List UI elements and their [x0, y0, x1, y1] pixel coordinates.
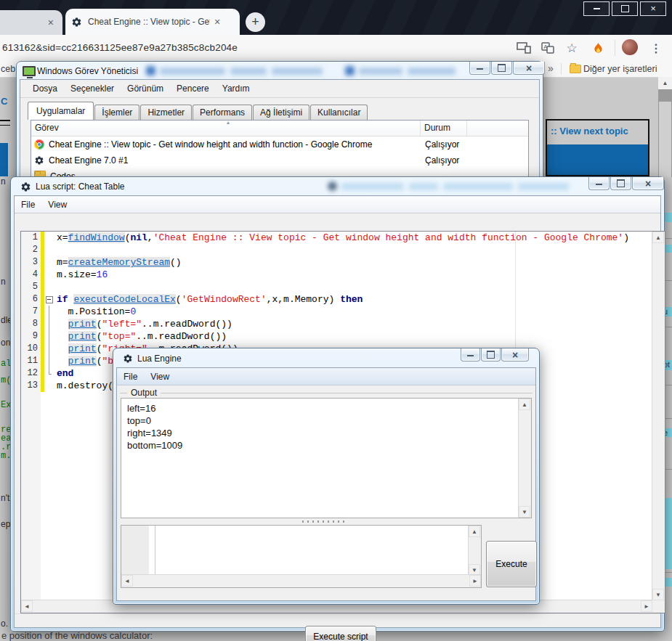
address-bar[interactable]: 613162&sid=cc216631125ee87e9a27b385c8cb2…	[2, 42, 238, 53]
menu-item-pencere[interactable]: Pencere	[170, 81, 216, 96]
code-line[interactable]: 7 m.Position=0	[21, 306, 652, 318]
minimize-button[interactable]	[461, 348, 480, 362]
column-header-task[interactable]: Görev▲	[31, 121, 421, 136]
close-button[interactable]: ×	[632, 177, 664, 190]
code-line[interactable]: 4m.size=16	[21, 269, 652, 281]
scroll-up-icon[interactable]: ▲	[469, 526, 480, 537]
scroll-up-icon[interactable]: ▲	[652, 232, 664, 243]
maximize-button[interactable]	[610, 177, 631, 190]
code-line[interactable]: 1x=findWindow(nil,'Cheat Engine :: View …	[21, 232, 652, 244]
input-hscrollbar[interactable]: ◄ ►	[121, 574, 481, 587]
bookmark-fragment[interactable]: ceb	[1, 64, 15, 74]
menu-item-dosya[interactable]: Dosya	[26, 81, 64, 96]
menu-item-file[interactable]: File	[15, 197, 41, 212]
profile-avatar[interactable]	[622, 39, 638, 55]
line-number: 3	[21, 256, 41, 269]
editor-vscrollbar[interactable]: ▲ ▼	[652, 232, 665, 600]
tab-uygulamalar[interactable]: Uygulamalar	[28, 102, 94, 120]
menu-item-file[interactable]: File	[117, 370, 144, 384]
bookmarks-overflow-chevron[interactable]: »	[548, 62, 554, 74]
view-next-topic-link[interactable]: :: View next topic	[551, 126, 628, 136]
output-line: top=0	[127, 415, 182, 427]
toolbar-divider	[615, 40, 615, 56]
splitter-handle[interactable]	[302, 520, 346, 523]
code-text: end	[54, 367, 73, 380]
tab-hizmetler[interactable]: Hizmetler	[140, 105, 192, 120]
maximize-button[interactable]	[481, 348, 501, 362]
tab-kullanıcılar[interactable]: Kullanıcılar	[310, 105, 368, 120]
scroll-up-icon[interactable]: ▲	[658, 77, 672, 89]
cheat-engine-gear-icon	[123, 354, 133, 367]
window-controls: ×	[588, 177, 664, 190]
page-header-bar-left	[0, 143, 8, 176]
output-box[interactable]: left=16top=0right=1349bottom=1009 ▲ ▼	[121, 398, 532, 518]
bookmark-star-icon[interactable]: ☆	[564, 40, 580, 56]
output-groupbox-line	[120, 393, 533, 393]
scroll-left-icon[interactable]: ◄	[21, 600, 33, 612]
menu-item-view[interactable]: View	[41, 197, 73, 212]
script-input-box[interactable]: ▲ ▼ ◄ ►	[121, 525, 482, 588]
other-bookmarks-label[interactable]: Diğer yer işaretleri	[583, 64, 657, 74]
tab-close-icon[interactable]: ×	[48, 17, 54, 28]
minimize-button[interactable]	[469, 62, 490, 75]
input-gutter	[121, 526, 149, 576]
line-number: 6	[21, 293, 41, 306]
scroll-down-icon[interactable]: ▼	[652, 589, 664, 600]
page-scrollbar[interactable]: ▲	[658, 77, 672, 177]
browser-tab-inactive[interactable]: ×	[0, 10, 62, 35]
code-line[interactable]: 9 print("top="..m.readDword())	[21, 330, 652, 343]
code-line[interactable]: 5	[21, 281, 652, 293]
menu-item-view[interactable]: View	[144, 370, 176, 384]
tab-ağ i̇letişimi[interactable]: Ağ İletişimi	[253, 105, 309, 120]
scrollbar-thumb[interactable]	[659, 102, 671, 177]
close-button[interactable]: ×	[513, 62, 545, 75]
output-line: left=16	[127, 402, 182, 415]
menu-item-yardım[interactable]: Yardım	[216, 81, 256, 96]
execute-script-button[interactable]: Execute script	[305, 626, 376, 641]
tab-close-icon[interactable]: ×	[214, 16, 220, 28]
table-row[interactable]: Cheat Engine 7.0 #1Çalışıyor	[31, 152, 528, 168]
page-text-fragment: on	[1, 338, 10, 348]
column-header-empty[interactable]	[467, 121, 528, 136]
flame-extension-icon[interactable]	[590, 40, 606, 56]
browser-minimize-button[interactable]	[583, 1, 610, 16]
browser-maximize-button[interactable]	[612, 1, 638, 16]
code-line[interactable]: 6if executeCodeLocalEx('GetWindowRect',x…	[21, 293, 652, 306]
scroll-right-icon[interactable]: ►	[641, 600, 652, 612]
menu-item-görünüm[interactable]: Görünüm	[121, 81, 170, 96]
close-button[interactable]: ×	[501, 348, 529, 362]
scroll-up-icon[interactable]: ▲	[519, 399, 530, 410]
fold-marker-icon	[44, 343, 54, 355]
execute-button[interactable]: Execute	[486, 541, 537, 587]
task-list-header: Görev▲ Durum	[31, 121, 528, 136]
scroll-left-icon[interactable]: ◄	[121, 575, 133, 587]
tab-title: Cheat Engine :: View topic - Get w	[88, 17, 210, 27]
minimize-button[interactable]	[588, 177, 610, 190]
input-vscrollbar[interactable]: ▲ ▼	[468, 526, 481, 576]
output-vscrollbar[interactable]: ▲ ▼	[518, 399, 531, 518]
code-line[interactable]: 3m=createMemoryStream()	[21, 256, 652, 269]
maximize-button[interactable]	[491, 62, 512, 75]
column-header-status[interactable]: Durum	[421, 121, 467, 136]
translate-icon[interactable]: A	[540, 40, 556, 56]
browser-close-button[interactable]: ×	[640, 1, 666, 16]
task-status: Çalışıyor	[425, 139, 528, 150]
tab-i̇şlemler[interactable]: İşlemler	[94, 105, 139, 120]
menu-item-seçenekler[interactable]: Seçenekler	[64, 81, 121, 96]
scroll-down-icon[interactable]: ▼	[519, 506, 530, 518]
tab-performans[interactable]: Performans	[193, 105, 252, 120]
code-line[interactable]: 8 print("left="..m.readDword())	[21, 318, 652, 330]
close-icon: ×	[645, 179, 651, 188]
page-text-fragment: o.	[1, 618, 8, 629]
fold-gutter	[44, 281, 54, 293]
fold-marker-icon[interactable]	[44, 293, 54, 306]
scroll-right-icon[interactable]: ►	[469, 575, 481, 587]
browser-menu-icon[interactable]: ⋮	[648, 40, 664, 56]
devices-icon[interactable]	[516, 40, 532, 56]
browser-tab-active[interactable]: Cheat Engine :: View topic - Get w ×	[65, 9, 240, 35]
table-row[interactable]: Cheat Engine :: View topic - Get window …	[31, 136, 528, 152]
code-line[interactable]: 2	[21, 244, 652, 256]
new-tab-button[interactable]: +	[246, 12, 265, 32]
scrollbar-corner	[652, 600, 665, 613]
output-line: right=1349	[127, 427, 182, 439]
